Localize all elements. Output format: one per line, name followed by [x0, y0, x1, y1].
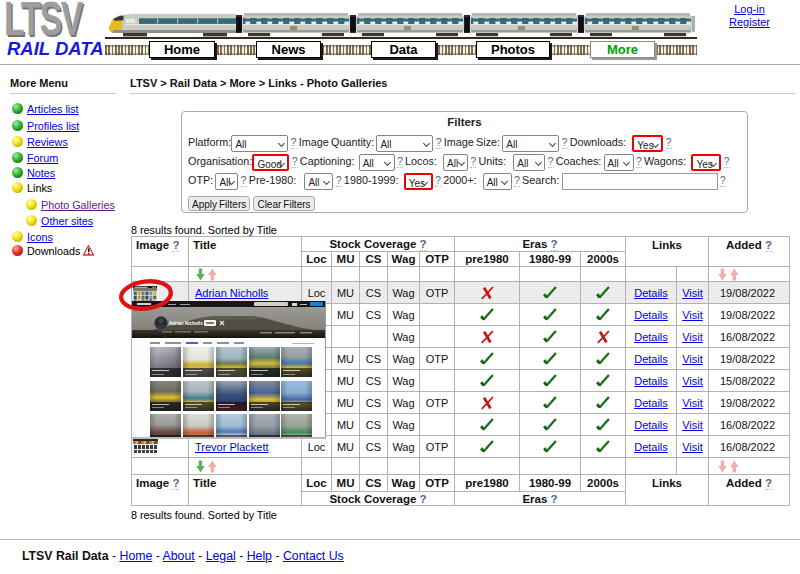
- svg-text:Adrian Nicholls: Adrian Nicholls: [169, 321, 203, 326]
